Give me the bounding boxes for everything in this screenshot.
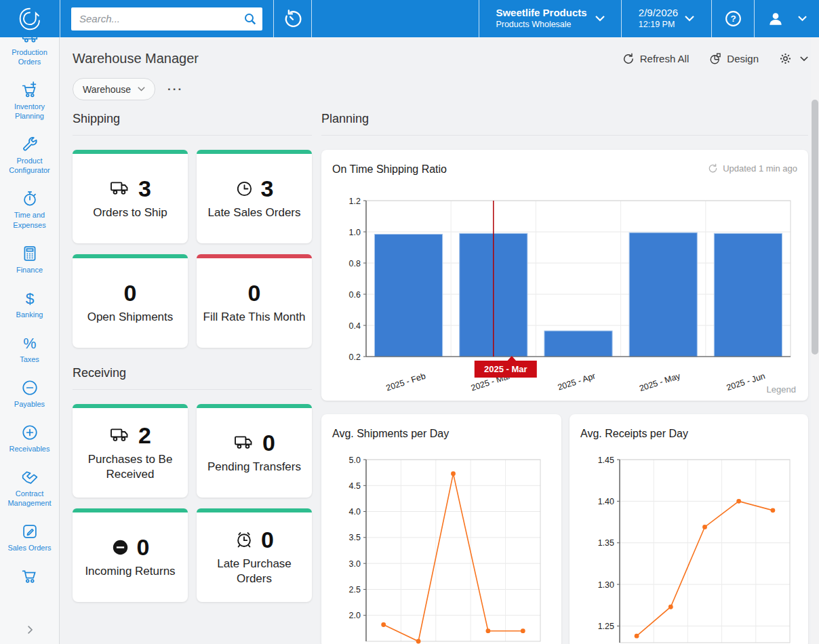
line-chart-avg-shipments[interactable]: 2.02.53.03.54.04.55.0 bbox=[332, 449, 551, 644]
svg-text:2025 - Mar: 2025 - Mar bbox=[484, 364, 527, 374]
sidebar-item-inventory-planning[interactable]: Inventory Planning bbox=[0, 74, 59, 128]
time-value: 12:19 PM bbox=[639, 20, 675, 31]
sidebar-item-label: Time and Expenses bbox=[1, 210, 58, 229]
company-name: Sweetlife Products bbox=[496, 7, 586, 20]
svg-text:5.0: 5.0 bbox=[349, 456, 361, 465]
sidebar-item-contract-management[interactable]: Contract Management bbox=[0, 461, 59, 515]
cart-plus-icon bbox=[21, 81, 39, 99]
sidebar-item-production-orders[interactable]: Production Orders bbox=[0, 37, 59, 74]
bar-chart-on-time-shipping-ratio[interactable]: 0.20.40.60.81.01.22025 - Feb2025 - Mar20… bbox=[332, 188, 797, 397]
truck-icon bbox=[233, 434, 255, 451]
sidebar-item-label: Banking bbox=[16, 310, 43, 319]
chevron-right-icon bbox=[24, 624, 36, 636]
sidebar-item-banking[interactable]: $ Banking bbox=[0, 282, 59, 327]
top-bar: Sweetlife Products Products Wholesale 2/… bbox=[0, 0, 819, 37]
sidebar-item-taxes[interactable]: % Taxes bbox=[0, 327, 59, 371]
percent-icon: % bbox=[21, 334, 39, 352]
company-selector[interactable]: Sweetlife Products Products Wholesale bbox=[479, 0, 621, 37]
line-chart-avg-receipts[interactable]: 1.251.301.351.401.45 bbox=[580, 449, 797, 644]
kpi-label: Pending Transfers bbox=[203, 460, 305, 475]
refresh-icon bbox=[708, 163, 718, 174]
settings-menu-button[interactable] bbox=[779, 52, 808, 65]
circle-minus-filled-icon bbox=[111, 538, 129, 557]
kpi-label: Late Sales Orders bbox=[203, 205, 304, 220]
cart-icon bbox=[21, 567, 39, 585]
kpi-value: 2 bbox=[138, 422, 151, 449]
kpi-value: 0 bbox=[261, 527, 274, 553]
kpi-accent-bar bbox=[197, 254, 312, 258]
sidebar-item-finance[interactable]: Finance bbox=[0, 237, 59, 282]
sidebar-item-product-configurator[interactable]: Product Configurator bbox=[0, 128, 59, 182]
design-button[interactable]: Design bbox=[709, 53, 759, 65]
kpi-value: 3 bbox=[261, 176, 274, 202]
sidebar-item-label: Inventory Planning bbox=[1, 102, 58, 121]
svg-text:2025 - Apr: 2025 - Apr bbox=[557, 371, 597, 393]
chevron-down-icon bbox=[138, 87, 145, 92]
kpi-accent-bar bbox=[197, 150, 312, 154]
svg-text:1.45: 1.45 bbox=[598, 456, 614, 465]
kpi-value: 0 bbox=[137, 534, 150, 561]
scrollbar-thumb[interactable] bbox=[812, 100, 818, 355]
page-header: Warehouse Manager Refresh All Design bbox=[73, 51, 808, 66]
view-selector[interactable]: Warehouse bbox=[73, 78, 155, 100]
svg-text:1.40: 1.40 bbox=[598, 497, 614, 506]
sidebar-item-purchases[interactable] bbox=[0, 560, 59, 595]
gear-icon bbox=[779, 52, 792, 65]
receiving-kpi-grid: 2 Purchases to Be Received 0 Pending Tra bbox=[73, 404, 312, 602]
kpi-accent-bar bbox=[197, 508, 312, 512]
kpi-card-late-sales-orders[interactable]: 3 Late Sales Orders bbox=[197, 150, 312, 243]
search-box[interactable] bbox=[71, 7, 262, 31]
chart-card-on-time-shipping-ratio[interactable]: On Time Shipping Ratio Updated 1 min ago… bbox=[321, 150, 808, 401]
truck-icon bbox=[21, 37, 39, 45]
refresh-all-button[interactable]: Refresh All bbox=[622, 53, 690, 65]
kpi-card-orders-to-ship[interactable]: 3 Orders to Ship bbox=[73, 150, 188, 243]
kpi-accent-bar bbox=[73, 404, 188, 408]
kpi-value: 0 bbox=[124, 280, 137, 306]
kpi-card-open-shipments[interactable]: 0 Open Shipments bbox=[73, 254, 188, 348]
sidebar-item-sales-orders[interactable]: Sales Orders bbox=[0, 515, 59, 560]
sidebar-expand-button[interactable] bbox=[24, 620, 36, 644]
stopwatch-icon bbox=[21, 190, 39, 207]
kpi-card-incoming-returns[interactable]: 0 Incoming Returns bbox=[73, 508, 188, 602]
sidebar-item-time-and-expenses[interactable]: Time and Expenses bbox=[0, 182, 59, 237]
vertical-scrollbar[interactable] bbox=[811, 37, 819, 644]
kpi-value: 3 bbox=[138, 176, 151, 202]
svg-text:2.5: 2.5 bbox=[349, 585, 361, 595]
chart-card-avg-receipts[interactable]: Avg. Receipts per Day 1.251.301.351.401.… bbox=[570, 414, 808, 644]
search-icon[interactable] bbox=[243, 12, 257, 26]
sidebar-item-payables[interactable]: Payables bbox=[0, 371, 59, 416]
svg-text:0.4: 0.4 bbox=[349, 321, 361, 331]
chevron-down-icon bbox=[798, 16, 807, 22]
chart-header: On Time Shipping Ratio Updated 1 min ago bbox=[332, 161, 797, 188]
alarm-clock-icon bbox=[235, 530, 254, 549]
chart-legend-toggle[interactable]: Legend bbox=[767, 384, 796, 395]
help-icon: ? bbox=[724, 9, 742, 28]
kpi-card-pending-transfers[interactable]: 0 Pending Transfers bbox=[197, 404, 312, 498]
help-button[interactable]: ? bbox=[711, 0, 754, 37]
sidebar-item-label: Production Orders bbox=[1, 47, 58, 66]
more-options-button[interactable]: ··· bbox=[167, 83, 183, 96]
kpi-accent-bar bbox=[73, 254, 188, 258]
sidebar-item-label: Product Configurator bbox=[1, 156, 58, 175]
right-column: Planning On Time Shipping Ratio Updated … bbox=[321, 112, 808, 644]
chart-title: Avg. Receipts per Day bbox=[580, 425, 688, 440]
kpi-card-fill-rate[interactable]: 0 Fill Rate This Month bbox=[197, 254, 312, 348]
acumatica-logo[interactable] bbox=[0, 0, 60, 37]
dashboard-toolbar: Warehouse ··· bbox=[73, 78, 808, 100]
user-menu[interactable] bbox=[754, 0, 819, 37]
business-date-button[interactable] bbox=[274, 0, 312, 37]
svg-text:3.0: 3.0 bbox=[349, 559, 361, 569]
chart-card-avg-shipments[interactable]: Avg. Shipments per Day 2.02.53.03.54.04.… bbox=[321, 414, 561, 644]
kpi-label: Fill Rate This Month bbox=[199, 310, 310, 325]
kpi-card-purchases-to-be-received[interactable]: 2 Purchases to Be Received bbox=[73, 404, 188, 498]
section-heading-receiving: Receiving bbox=[73, 366, 312, 390]
view-selector-label: Warehouse bbox=[83, 84, 131, 95]
chevron-down-icon bbox=[800, 56, 808, 62]
kpi-card-late-purchase-orders[interactable]: 0 Late Purchase Orders bbox=[197, 508, 312, 602]
sidebar-item-receivables[interactable]: Receivables bbox=[0, 416, 59, 461]
refresh-icon bbox=[622, 53, 635, 65]
truck-icon bbox=[109, 180, 131, 197]
page-title: Warehouse Manager bbox=[73, 51, 199, 66]
search-input[interactable] bbox=[79, 13, 243, 24]
business-date-selector[interactable]: 2/9/2026 12:19 PM bbox=[621, 0, 711, 37]
